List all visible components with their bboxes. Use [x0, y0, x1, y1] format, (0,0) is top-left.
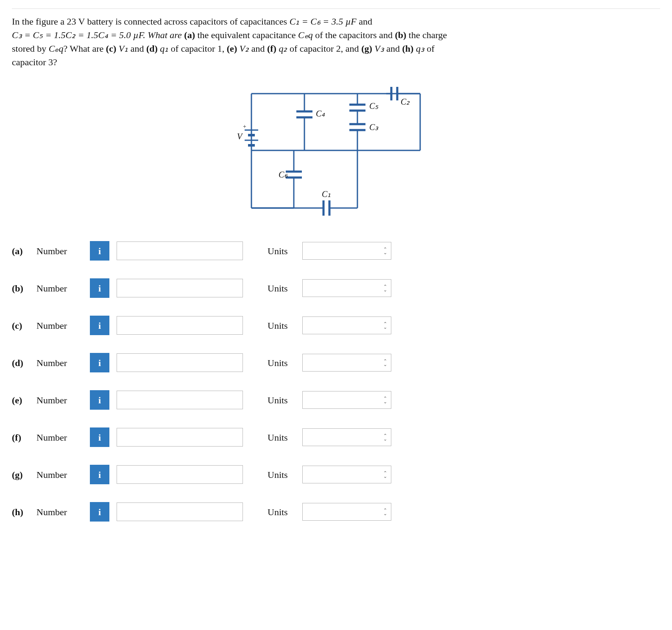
units-select[interactable] — [302, 242, 391, 260]
label-v: V — [237, 132, 243, 141]
info-icon[interactable]: i — [90, 390, 109, 410]
part-label: (b) — [12, 282, 29, 295]
units-select[interactable] — [302, 466, 391, 483]
label-c1: C₁ — [322, 189, 331, 199]
number-input[interactable] — [117, 391, 243, 409]
number-input[interactable] — [117, 279, 243, 297]
text: Cₑq — [298, 30, 313, 40]
text: Cₑq — [49, 43, 64, 54]
text: In the figure a — [12, 16, 67, 27]
units-select[interactable] — [302, 428, 391, 446]
answer-row: (d)NumberiUnits — [12, 353, 660, 372]
answer-row: (g)NumberiUnits — [12, 465, 660, 484]
answer-row: (c)NumberiUnits — [12, 316, 660, 335]
text: (d) — [146, 43, 158, 54]
text: and — [357, 16, 372, 27]
info-icon[interactable]: i — [90, 427, 109, 447]
info-icon[interactable]: i — [90, 502, 109, 522]
part-label: (e) — [12, 394, 29, 407]
text: (b) — [395, 30, 406, 40]
text: q₃ — [413, 43, 427, 54]
info-icon[interactable]: i — [90, 241, 109, 261]
text: (a) — [184, 30, 195, 40]
number-label: Number — [36, 282, 82, 295]
number-label: Number — [36, 505, 82, 519]
text: capacitor 3? — [12, 57, 57, 67]
number-input[interactable] — [117, 353, 243, 372]
answer-row: (h)NumberiUnits — [12, 502, 660, 522]
text: C₁ = C₆ = 3.5 µF — [290, 16, 357, 27]
label-c2: C₂ — [401, 97, 410, 106]
answer-row: (b)NumberiUnits — [12, 278, 660, 298]
number-input[interactable] — [117, 428, 243, 447]
text: 23 V — [67, 16, 85, 27]
text: of capacitor 2, and — [290, 43, 361, 54]
info-icon[interactable]: i — [90, 465, 109, 484]
number-label: Number — [36, 244, 82, 258]
units-select[interactable] — [302, 503, 391, 521]
units-label: Units — [268, 505, 295, 519]
number-label: Number — [36, 356, 82, 370]
text: stored by — [12, 43, 49, 54]
units-label: Units — [268, 282, 295, 295]
units-select[interactable] — [302, 316, 391, 334]
number-label: Number — [36, 468, 82, 482]
info-icon[interactable]: i — [90, 353, 109, 372]
number-input[interactable] — [117, 316, 243, 335]
svg-text:+: + — [243, 123, 246, 130]
label-c6: C₆ — [279, 170, 288, 179]
text: q₂ — [276, 43, 290, 54]
units-label: Units — [268, 356, 295, 370]
label-c3: C₃ — [369, 122, 379, 132]
units-select[interactable] — [302, 279, 391, 297]
number-label: Number — [36, 431, 82, 444]
number-input[interactable] — [117, 241, 243, 260]
number-label: Number — [36, 319, 82, 333]
units-label: Units — [268, 431, 295, 444]
text: and — [131, 43, 146, 54]
info-icon[interactable]: i — [90, 316, 109, 335]
part-label: (a) — [12, 244, 29, 258]
text: (h) — [402, 43, 414, 54]
part-label: (d) — [12, 356, 29, 370]
text: and — [386, 43, 402, 54]
label-c5: C₅ — [369, 101, 379, 111]
number-label: Number — [36, 394, 82, 407]
part-label: (g) — [12, 468, 29, 482]
answer-row: (e)NumberiUnits — [12, 390, 660, 410]
circuit-diagram: V + C₄ C₅ C₃ C₂ C₆ C₁ — [12, 81, 660, 225]
part-label: (f) — [12, 431, 29, 444]
units-label: Units — [268, 394, 295, 407]
units-select[interactable] — [302, 354, 391, 372]
text: ? What are — [63, 43, 106, 54]
text: battery is connected across capacitors o… — [85, 16, 290, 27]
text: C₃ = C₅ = 1.5C₂ = 1.5C₄ = 5.0 µF. What a… — [12, 30, 184, 40]
units-label: Units — [268, 319, 295, 333]
info-icon[interactable]: i — [90, 278, 109, 298]
text: and — [251, 43, 267, 54]
text: V₁ — [116, 43, 130, 54]
text: V₃ — [372, 43, 386, 54]
number-input[interactable] — [117, 502, 243, 521]
part-label: (h) — [12, 505, 29, 519]
text: of capacitor 1, — [171, 43, 227, 54]
number-input[interactable] — [117, 465, 243, 484]
units-label: Units — [268, 244, 295, 258]
units-select[interactable] — [302, 391, 391, 409]
text: (e) — [227, 43, 237, 54]
text: (c) — [106, 43, 116, 54]
text: of the capacitors and — [313, 30, 395, 40]
label-c4: C₄ — [316, 109, 325, 118]
answer-row: (f)NumberiUnits — [12, 427, 660, 447]
text: (g) — [361, 43, 372, 54]
answer-row: (a)NumberiUnits — [12, 241, 660, 261]
units-label: Units — [268, 468, 295, 482]
text: q₁ — [158, 43, 171, 54]
text: V₂ — [237, 43, 251, 54]
problem-statement: In the figure a 23 V battery is connecte… — [12, 15, 660, 69]
text: (f) — [267, 43, 276, 54]
text: of — [427, 43, 434, 54]
part-label: (c) — [12, 319, 29, 333]
text: the equivalent capacitance — [195, 30, 298, 40]
text: the charge — [406, 30, 447, 40]
